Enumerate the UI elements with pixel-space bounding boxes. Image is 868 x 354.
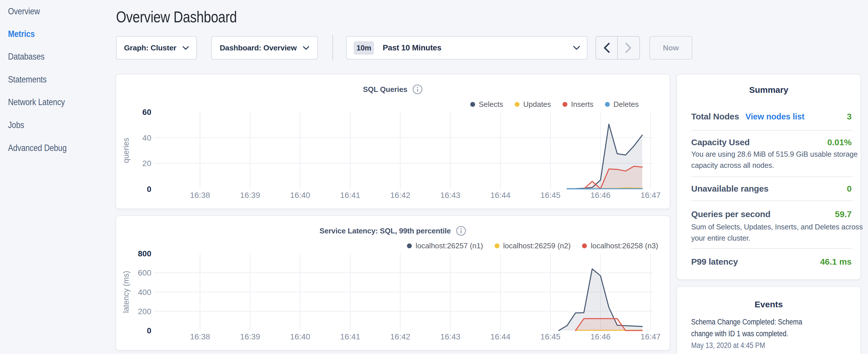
summary-row-label: P99 latency xyxy=(691,257,738,267)
x-tick-label: 16:46 xyxy=(591,191,611,200)
y-tick-label: 60 xyxy=(143,108,151,117)
dashboard-dropdown[interactable]: Dashboard: Overview xyxy=(211,36,318,60)
event-message[interactable]: Schema Change Completed: Schemachange wi… xyxy=(691,316,802,340)
sidebar-item-jobs[interactable]: Jobs xyxy=(8,120,24,130)
summary-row-label: Capacity Used xyxy=(691,137,750,147)
toolbar-divider xyxy=(333,35,333,61)
summary-row-label: Queries per second xyxy=(691,210,771,219)
y-tick-label: 800 xyxy=(138,249,151,258)
chevron-down-icon xyxy=(303,46,309,50)
y-tick-label: 0 xyxy=(147,326,151,335)
sidebar: Overview Metrics Databases Statements Ne… xyxy=(0,0,116,354)
x-tick-label: 16:44 xyxy=(490,332,510,341)
summary-row-value: 46.1 ms xyxy=(820,257,852,267)
x-tick-label: 16:44 xyxy=(490,191,510,200)
divider xyxy=(691,130,852,131)
x-tick-label: 16:42 xyxy=(390,332,410,341)
y-tick-label: 400 xyxy=(138,288,151,297)
graph-dropdown[interactable]: Graph: Cluster xyxy=(116,36,197,60)
x-tick-label: 16:41 xyxy=(340,332,360,341)
sidebar-item-network-latency[interactable]: Network Latency xyxy=(8,97,65,107)
summary-title: Summary xyxy=(677,85,861,95)
summary-row-label: Unavailable ranges xyxy=(691,184,769,194)
page-title: Overview Dashboard xyxy=(116,7,237,26)
next-timespan-button[interactable] xyxy=(618,37,640,59)
chevron-down-icon xyxy=(183,46,189,50)
summary-row-value: 0.01% xyxy=(827,137,852,147)
y-axis-title: latency (ms) xyxy=(122,271,130,313)
now-button[interactable]: Now xyxy=(649,36,692,60)
series-line xyxy=(567,189,642,189)
view-nodes-list-link[interactable]: View nodes list xyxy=(745,112,804,121)
summary-row-value: 0 xyxy=(847,184,852,194)
sidebar-item-metrics[interactable]: Metrics xyxy=(8,29,35,39)
sidebar-item-overview[interactable]: Overview xyxy=(8,6,40,17)
event-timestamp: May 13, 2020 at 4:45 PM xyxy=(691,341,765,350)
x-tick-label: 16:45 xyxy=(540,191,560,200)
summary-row-description: You are using 28.6 MiB of 515.9 GiB usab… xyxy=(691,149,858,171)
sidebar-item-advanced-debug[interactable]: Advanced Debug xyxy=(8,143,66,153)
x-tick-label: 16:47 xyxy=(641,332,660,341)
chart-panel-sql-queries: SQL Queries SelectsUpdatesInsertsDeletes… xyxy=(116,74,670,209)
y-tick-label: 20 xyxy=(143,159,151,168)
chart-panel-service-latency: Service Latency: SQL, 99th percentile lo… xyxy=(116,215,670,351)
summary-row-value: 3 xyxy=(847,112,852,122)
events-title: Events xyxy=(677,299,861,309)
summary-row-value: 59.7 xyxy=(835,210,852,219)
y-tick-label: 600 xyxy=(138,268,151,277)
y-tick-label: 200 xyxy=(138,307,151,316)
divider xyxy=(691,248,852,249)
x-tick-label: 16:43 xyxy=(440,332,460,341)
sidebar-item-databases[interactable]: Databases xyxy=(8,52,44,62)
x-tick-label: 16:47 xyxy=(641,191,660,200)
time-range-selector[interactable]: 10m Past 10 Minutes xyxy=(346,36,587,60)
x-tick-label: 16:38 xyxy=(190,332,210,341)
chevron-down-icon xyxy=(573,46,580,50)
x-tick-label: 16:39 xyxy=(240,332,260,341)
events-panel: Events Schema Change Completed: Schemach… xyxy=(676,286,861,354)
y-tick-label: 0 xyxy=(147,185,151,194)
summary-row-description: Sum of Selects, Updates, Inserts, and De… xyxy=(691,221,863,244)
service-latency-chart: 020040060080016:3816:3916:4016:4116:4216… xyxy=(116,216,671,351)
summary-row-label: Total NodesView nodes list xyxy=(691,112,804,122)
time-range-label: Past 10 Minutes xyxy=(382,43,441,53)
chevron-left-icon xyxy=(603,43,610,53)
x-tick-label: 16:42 xyxy=(390,191,410,200)
graph-dropdown-label: Graph: Cluster xyxy=(124,43,177,53)
divider xyxy=(691,200,852,201)
x-tick-label: 16:41 xyxy=(340,191,360,200)
y-tick-label: 40 xyxy=(143,133,151,142)
x-tick-label: 16:43 xyxy=(440,191,460,200)
dashboard-dropdown-label: Dashboard: Overview xyxy=(220,43,297,53)
x-tick-label: 16:40 xyxy=(290,332,310,341)
prev-timespan-button[interactable] xyxy=(596,37,618,59)
chevron-right-icon xyxy=(625,43,631,53)
time-range-badge: 10m xyxy=(353,41,374,55)
series-area xyxy=(584,166,642,189)
x-tick-label: 16:40 xyxy=(290,191,310,200)
x-tick-label: 16:45 xyxy=(540,332,560,341)
x-tick-label: 16:38 xyxy=(190,191,210,200)
sql-queries-chart: 020406016:3816:3916:4016:4116:4216:4316:… xyxy=(116,74,671,210)
app-root: Overview Metrics Databases Statements Ne… xyxy=(0,0,868,354)
summary-panel: Summary Total NodesView nodes list 3 Cap… xyxy=(676,74,861,280)
sidebar-item-statements[interactable]: Statements xyxy=(8,74,47,85)
divider xyxy=(691,176,852,177)
x-tick-label: 16:46 xyxy=(591,332,611,341)
y-axis-title: queries xyxy=(122,138,130,163)
x-tick-label: 16:39 xyxy=(240,191,260,200)
time-pager xyxy=(595,36,640,60)
